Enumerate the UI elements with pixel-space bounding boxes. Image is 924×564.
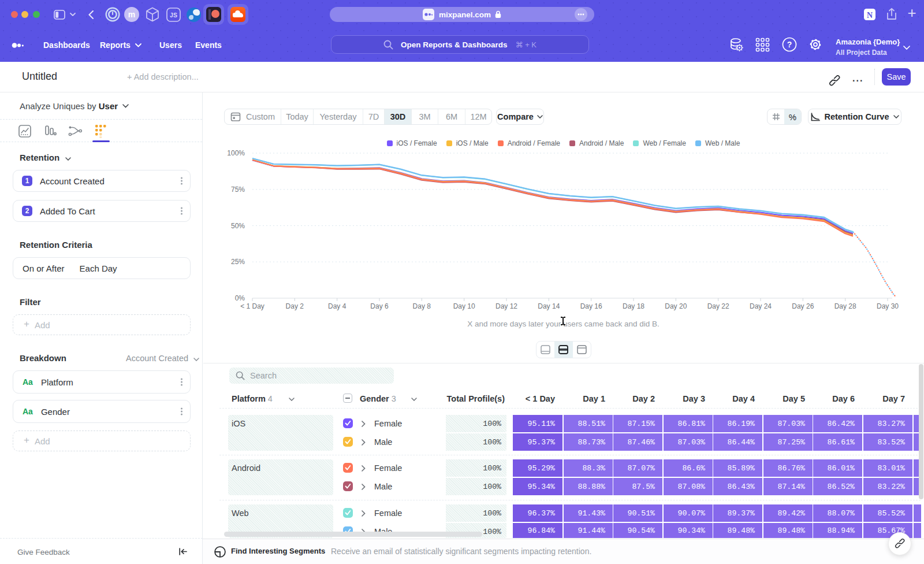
svg-text:Day 24: Day 24 xyxy=(750,302,772,310)
svg-text:Day 12: Day 12 xyxy=(495,302,517,310)
svg-text:Day 4: Day 4 xyxy=(328,302,346,310)
svg-text:Day 6: Day 6 xyxy=(370,302,389,310)
svg-text:75%: 75% xyxy=(231,185,245,194)
svg-text:Day 14: Day 14 xyxy=(538,302,560,310)
svg-text:50%: 50% xyxy=(231,222,245,230)
svg-text:Day 18: Day 18 xyxy=(623,302,644,310)
svg-text:Day 28: Day 28 xyxy=(834,302,856,310)
svg-text:Day 30: Day 30 xyxy=(877,302,899,310)
svg-text:< 1 Day: < 1 Day xyxy=(240,302,264,310)
svg-text:Day 10: Day 10 xyxy=(453,302,475,310)
svg-text:Day 8: Day 8 xyxy=(413,302,431,310)
svg-text:Day 20: Day 20 xyxy=(665,302,687,310)
svg-text:Day 16: Day 16 xyxy=(580,302,602,310)
svg-text:Day 26: Day 26 xyxy=(792,302,814,310)
svg-text:0%: 0% xyxy=(235,294,245,302)
svg-text:100%: 100% xyxy=(227,149,245,157)
svg-text:JS: JS xyxy=(170,12,177,18)
svg-text:Day 22: Day 22 xyxy=(707,302,729,310)
svg-text:Day 2: Day 2 xyxy=(286,302,304,310)
svg-text:N: N xyxy=(867,11,873,20)
svg-text:25%: 25% xyxy=(231,258,245,266)
svg-text:?: ? xyxy=(787,40,792,49)
